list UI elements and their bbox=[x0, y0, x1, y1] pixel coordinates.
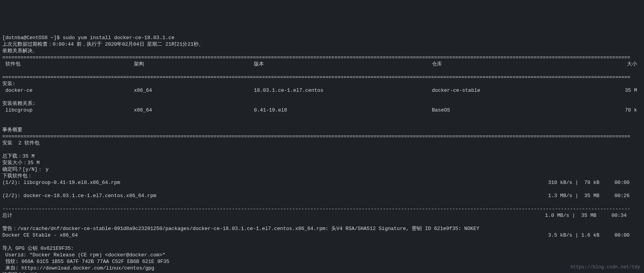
download-row: (1/2): libcgroup-0.41-19.el8.x86_64.rpm3… bbox=[2, 179, 642, 186]
download-stats: 1.3 MB/s | 35 MB 00:26 bbox=[548, 192, 642, 199]
total-stats: 1.0 MB/s | 35 MB 00:34 bbox=[545, 212, 642, 219]
divider-header: ========================================… bbox=[2, 74, 630, 80]
install-count: 安装 2 软件包 bbox=[2, 140, 39, 146]
gpg-fingerprint: 指纹: 060A 61C5 1B55 8A7F 742B 77AA C52F E… bbox=[2, 259, 170, 264]
watermark-text: https://blog.csdn.net/tdy bbox=[570, 264, 640, 271]
total-row: 总计1.0 MB/s | 35 MB 00:34 bbox=[2, 212, 642, 219]
pkg-repo: BaseOS bbox=[432, 107, 587, 113]
download-file: (1/2): libcgroup-0.41-19.el8.x86_64.rpm bbox=[2, 179, 120, 186]
install-deps-label: 安装依赖关系: bbox=[2, 101, 36, 106]
install-section-label: 安装: bbox=[2, 81, 15, 87]
header-repo: 仓库 bbox=[432, 61, 587, 67]
gpg-userid: Userid: "Docker Release (CE rpm) <docker… bbox=[2, 252, 165, 258]
shell-prompt: [dotnba@CentOS8 ~]$ bbox=[2, 35, 63, 41]
pkg-arch: x86_64 bbox=[134, 87, 254, 94]
deps-resolved-line: 依赖关系解决。 bbox=[2, 48, 38, 54]
divider-top: ========================================… bbox=[2, 55, 630, 60]
command-input[interactable]: sudo yum install docker-ce-18.03.1.ce bbox=[63, 35, 175, 41]
table-row: docker-cex86_6418.03.1.ce-1.el7.centosdo… bbox=[2, 87, 642, 94]
terminal-output: [dotnba@CentOS8 ~]$ sudo yum install doc… bbox=[0, 26, 644, 273]
pkg-version: 18.03.1.ce-1.el7.centos bbox=[254, 87, 432, 94]
transaction-summary-label: 事务概要 bbox=[2, 127, 22, 133]
pkg-repo: docker-ce-stable bbox=[432, 87, 587, 94]
gpg-from: 来自: https://download.docker.com/linux/ce… bbox=[2, 265, 154, 271]
table-row: libcgroupx86_640.41-19.el8BaseOS70 k bbox=[2, 107, 642, 113]
metadata-check-line: 上次元数据过期检查：0:00:44 前，执行于 2020年02月04日 星期二 … bbox=[2, 41, 204, 47]
install-size: 安装大小：35 M bbox=[2, 160, 39, 166]
import-gpg-label: 导入 GPG 公钥 0x621E9F35: bbox=[2, 246, 74, 251]
pkg-version: 0.41-19.el8 bbox=[254, 107, 432, 113]
pkg-size: 35 M bbox=[587, 87, 637, 94]
header-arch: 架构 bbox=[134, 61, 254, 67]
download-stats: 310 kB/s | 70 kB 00:00 bbox=[548, 179, 642, 186]
table-header-row: 软件包架构版本仓库大小 bbox=[2, 61, 642, 67]
nokey-warning: 警告：/var/cache/dnf/docker-ce-stable-091d8… bbox=[2, 226, 480, 232]
pkg-size: 70 k bbox=[587, 107, 637, 113]
confirm-prompt[interactable]: 确定吗？[y/N]： y bbox=[2, 167, 49, 172]
header-package: 软件包 bbox=[2, 61, 134, 67]
pkg-name: libcgroup bbox=[2, 107, 134, 113]
divider-downloads: ----------------------------------------… bbox=[2, 206, 630, 212]
download-row: (2/2): docker-ce-18.03.1.ce-1.el7.centos… bbox=[2, 192, 642, 199]
header-version: 版本 bbox=[254, 61, 432, 67]
stable-repo-label: Docker CE Stable - x86_64 bbox=[2, 232, 78, 239]
stable-repo-stats: 3.5 kB/s | 1.6 kB 00:00 bbox=[548, 232, 642, 239]
total-download: 总下载：35 M bbox=[2, 153, 34, 159]
header-size: 大小 bbox=[587, 61, 637, 67]
pkg-arch: x86_64 bbox=[134, 107, 254, 113]
pkg-name: docker-ce bbox=[2, 87, 134, 94]
total-label: 总计 bbox=[2, 212, 12, 219]
stable-repo-row: Docker CE Stable - x86_643.5 kB/s | 1.6 … bbox=[2, 232, 642, 239]
download-file: (2/2): docker-ce-18.03.1.ce-1.el7.centos… bbox=[2, 192, 156, 199]
divider-summary: ========================================… bbox=[2, 134, 630, 139]
downloading-label: 下载软件包： bbox=[2, 173, 33, 179]
